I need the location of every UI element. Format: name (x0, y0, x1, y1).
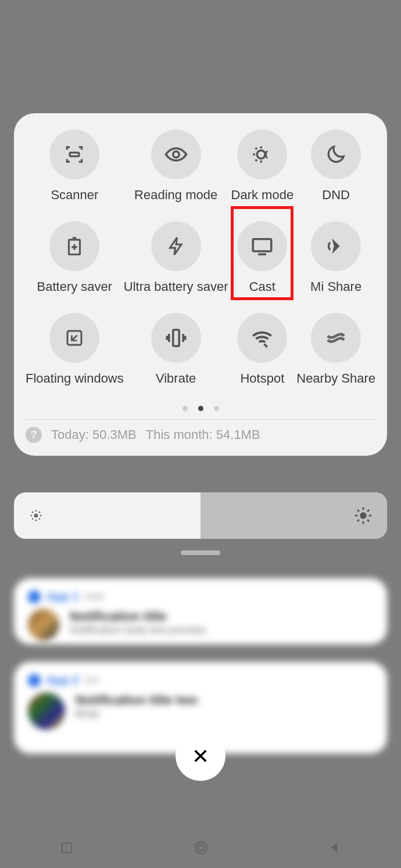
notification-body: Body (76, 708, 198, 720)
close-icon (191, 747, 210, 765)
notification-title: Notification title (70, 609, 206, 624)
mishare-icon (311, 221, 361, 271)
svg-point-11 (40, 515, 42, 517)
svg-rect-17 (62, 843, 71, 852)
svg-rect-6 (173, 330, 179, 346)
tile-label: Floating windows (26, 371, 124, 386)
tile-vibrate[interactable]: Vibrate (124, 313, 228, 386)
divider (26, 419, 375, 420)
tile-hotspot[interactable]: Hotspot (228, 313, 296, 386)
svg-point-13 (38, 512, 40, 513)
svg-point-19 (198, 845, 204, 851)
svg-point-9 (35, 520, 37, 521)
cast-icon (237, 221, 287, 271)
nav-home-button[interactable] (192, 839, 210, 856)
notification-title: Notification title two (76, 693, 198, 708)
tile-nearby-share[interactable]: Nearby Share (296, 313, 375, 386)
tile-label: Reading mode (134, 188, 217, 203)
notification-time: 1m (85, 674, 99, 686)
eye-icon (151, 129, 201, 179)
svg-point-12 (32, 512, 34, 513)
bolt-icon (151, 221, 201, 271)
tile-dnd[interactable]: DND (296, 129, 375, 203)
tile-label: Dark mode (231, 188, 294, 203)
panel-drag-handle[interactable] (181, 550, 220, 555)
sun-moon-icon (237, 129, 287, 179)
svg-rect-0 (70, 153, 79, 156)
tile-label: Ultra battery saver (124, 279, 228, 294)
tile-reading-mode[interactable]: Reading mode (124, 129, 228, 203)
tile-cast[interactable]: Cast (228, 221, 296, 294)
page-dot-active (198, 406, 203, 411)
tile-label: Cast (249, 279, 275, 294)
svg-point-15 (38, 518, 40, 520)
floating-windows-icon (49, 313, 99, 363)
tile-dark-mode[interactable]: Dark mode (228, 129, 296, 203)
nav-recent-button[interactable] (59, 840, 75, 856)
svg-point-1 (173, 152, 179, 158)
nav-back-button[interactable] (327, 840, 342, 855)
app-name: App 2 (46, 673, 79, 687)
tile-label: DND (322, 188, 350, 203)
brightness-slider[interactable] (14, 492, 387, 539)
tile-ultra-battery-saver[interactable]: Ultra battery saver (124, 221, 228, 294)
svg-point-7 (34, 514, 38, 518)
data-usage-row[interactable]: ? Today: 50.3MB This month: 54.1MB (26, 427, 375, 448)
page-dot (214, 406, 219, 411)
hotspot-icon (237, 313, 287, 363)
notification-avatar (28, 693, 65, 730)
help-icon: ? (26, 427, 42, 443)
tile-label: Battery saver (37, 279, 113, 294)
nearby-share-icon (311, 313, 361, 363)
clear-all-button[interactable] (176, 731, 225, 781)
tile-label: Vibrate (156, 371, 196, 386)
notification-avatar (28, 609, 59, 640)
brightness-high-icon (353, 506, 373, 525)
svg-point-16 (360, 512, 366, 518)
tile-floating-windows[interactable]: Floating windows (26, 313, 124, 386)
tile-label: Hotspot (240, 371, 284, 386)
tile-label: Scanner (51, 188, 98, 203)
data-usage-today: Today: 50.3MB (51, 427, 137, 442)
tile-grid: Scanner Reading mode Dark mode DND (26, 129, 375, 386)
battery-plus-icon (49, 221, 99, 271)
app-icon (28, 674, 41, 687)
scanner-icon (49, 129, 99, 179)
app-icon (28, 590, 41, 603)
notification-body: Notification body text preview (70, 624, 206, 636)
notification-card[interactable]: App 1 now Notification title Notificatio… (14, 578, 387, 644)
svg-rect-4 (253, 239, 272, 251)
svg-point-14 (32, 518, 34, 520)
app-name: App 1 (46, 590, 79, 603)
moon-icon (311, 129, 361, 179)
brightness-low-icon (28, 507, 44, 524)
quick-settings-panel: Scanner Reading mode Dark mode DND (14, 113, 387, 456)
page-indicator (26, 406, 375, 411)
tile-battery-saver[interactable]: Battery saver (26, 221, 124, 294)
data-usage-month: This month: 54.1MB (146, 427, 260, 442)
tile-label: Mi Share (310, 279, 361, 294)
svg-point-18 (195, 842, 207, 853)
notification-time: now (85, 590, 104, 603)
tile-label: Nearby Share (296, 371, 375, 386)
vibrate-icon (151, 313, 201, 363)
tile-mi-share[interactable]: Mi Share (296, 221, 375, 294)
page-dot (182, 406, 188, 411)
nav-bar (0, 839, 401, 856)
tile-scanner[interactable]: Scanner (26, 129, 124, 203)
svg-point-10 (30, 515, 32, 517)
svg-point-2 (257, 150, 266, 159)
svg-point-8 (35, 510, 37, 512)
